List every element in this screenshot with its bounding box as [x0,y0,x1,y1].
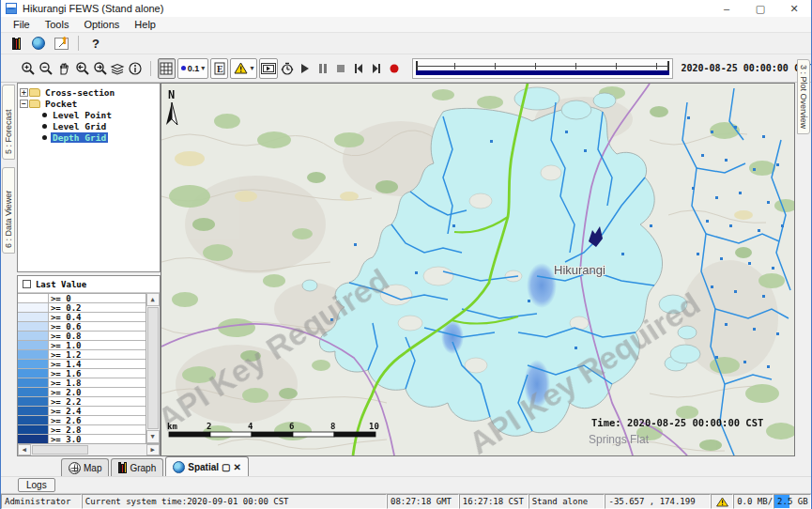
toolbar-separator [150,61,151,76]
status-local-time: 16:27:18 CST [459,494,529,509]
minimize-button[interactable]: – [710,0,743,17]
scale-bar-button[interactable]: E [210,58,228,79]
toolbar-separator [78,36,79,51]
app-logo-icon [6,3,17,14]
tree-item-level-grid[interactable]: Level Grid [40,120,160,131]
maximize-button[interactable]: ▢ [743,0,777,17]
chevron-down-icon: ▾ [201,64,205,72]
zoom-in-button[interactable] [20,58,38,79]
app-window: Hikurangi FEWS (Stand alone) – ▢ ✕ File … [0,0,812,509]
info-button[interactable] [127,58,145,79]
tree-item-level-point[interactable]: Level Point [40,109,160,120]
tab-graph[interactable]: Graph [111,458,163,476]
time-slider-range[interactable] [416,70,669,75]
tab-spatial[interactable]: Spatial ▢ ✕ [165,456,249,476]
zoom-next-button[interactable] [91,58,109,79]
animation-speed-button[interactable] [279,58,297,79]
timeseries-icon [54,38,69,50]
svg-text:6: 6 [289,422,294,431]
pan-button[interactable] [55,58,73,79]
database-button[interactable] [5,34,27,53]
legend-swatch [18,360,49,368]
legend-swatch [18,369,49,378]
map-display-button[interactable] [27,34,50,53]
play-button[interactable] [297,58,314,79]
tab-maximize-icon[interactable]: ▢ [222,462,230,472]
collapse-icon[interactable]: − [20,100,28,108]
menu-help[interactable]: Help [127,18,163,32]
current-time-label: 2020-08-25 00:00:00 CST [681,63,810,73]
tab-map[interactable]: Map [61,458,109,476]
close-button[interactable]: ✕ [777,0,811,17]
legend-row: >= 1.0 [18,341,146,350]
skip-end-button[interactable] [367,58,385,79]
record-button[interactable] [385,58,403,79]
timeseries-button[interactable] [50,34,72,53]
layers-button[interactable] [109,58,127,79]
legend-swatch [18,416,49,424]
legend-swatch [18,350,49,359]
main-area: 5 : Forecast 6 : Data Viewer + Cross-sec… [1,83,811,456]
legend-swatch [18,294,49,302]
zoom-in-icon [21,61,36,76]
zoom-previous-button[interactable] [73,58,91,79]
view-tabs: Map Graph Spatial ▢ ✕ [1,456,811,476]
layers-icon [110,61,125,76]
movie-icon [261,63,276,74]
skip-start-button[interactable] [349,58,367,79]
logs-button[interactable]: Logs [18,478,55,492]
last-value-checkbox[interactable] [23,280,31,288]
main-toolbar: ? [1,33,811,54]
record-icon [389,63,400,74]
scroll-right-icon[interactable]: ▶ [146,444,160,455]
scroll-down-icon[interactable]: ▼ [146,430,160,443]
menu-file[interactable]: File [6,18,38,32]
menu-tools[interactable]: Tools [38,18,77,32]
scroll-thumb[interactable] [32,445,88,455]
status-memory: 2.5 GB [774,494,811,509]
help-button[interactable]: ? [84,34,107,53]
folder-icon [29,100,40,108]
tree-item-pocket[interactable]: − Pocket [20,98,160,109]
tree-item-depth-grid[interactable]: Depth Grid [40,131,160,143]
scroll-up-icon[interactable]: ▲ [146,293,160,306]
menu-bar: File Tools Options Help [1,17,811,33]
skip-end-icon [371,63,382,74]
legend-swatch [18,407,49,415]
legend-row: >= 2.0 [18,388,146,397]
zoom-out-button[interactable] [38,58,55,79]
tree-item-cross-section[interactable]: + Cross-section [20,86,160,98]
svg-text:N: N [168,88,175,101]
class-break-dropdown[interactable]: 0.1 ▾ [177,58,209,79]
grid-toggle-button[interactable] [158,58,176,79]
tab-close-icon[interactable]: ✕ [234,462,241,472]
leaf-bullet-icon [42,124,47,129]
animation-button[interactable] [259,58,277,79]
legend-hscrollbar[interactable]: ◀ ▶ [18,443,160,455]
svg-text:4: 4 [248,422,253,431]
map-graphics: API Key Required API Key Required Hikura… [161,84,795,455]
map-canvas[interactable]: API Key Required API Key Required Hikura… [161,83,795,456]
expand-icon[interactable]: + [20,88,28,97]
map-tab-icon [69,462,81,474]
status-gmt-time: 08:27:18 GMT [387,494,459,509]
layer-tree: + Cross-section − Pocket Level Point Lev… [17,83,161,272]
tab-plot-overview[interactable]: 3 : Plot Overview [797,59,810,134]
scroll-left-icon[interactable]: ◀ [18,444,31,455]
time-slider[interactable] [412,58,673,79]
status-warning[interactable] [711,494,733,509]
legend-row: >= 0.8 [18,332,146,341]
menu-options[interactable]: Options [76,18,127,32]
status-system-time: Current system time:2020-09-01 00:00 CST [82,494,387,509]
status-user: Administrator [1,494,82,509]
legend-row: >= 2.4 [18,407,146,416]
title-bar: Hikurangi FEWS (Stand alone) – ▢ ✕ [1,0,811,17]
thresholds-dropdown[interactable]: ▾ [230,58,257,79]
legend-scrollbar[interactable]: ▲ ▼ [146,293,160,443]
pause-button[interactable] [314,58,332,79]
tab-forecast[interactable]: 5 : Forecast [2,85,15,160]
stop-button[interactable] [331,58,349,79]
tab-data-viewer[interactable]: 6 : Data Viewer [2,167,15,254]
scroll-thumb[interactable] [147,307,159,429]
legend-row: >= 0.6 [18,322,146,332]
